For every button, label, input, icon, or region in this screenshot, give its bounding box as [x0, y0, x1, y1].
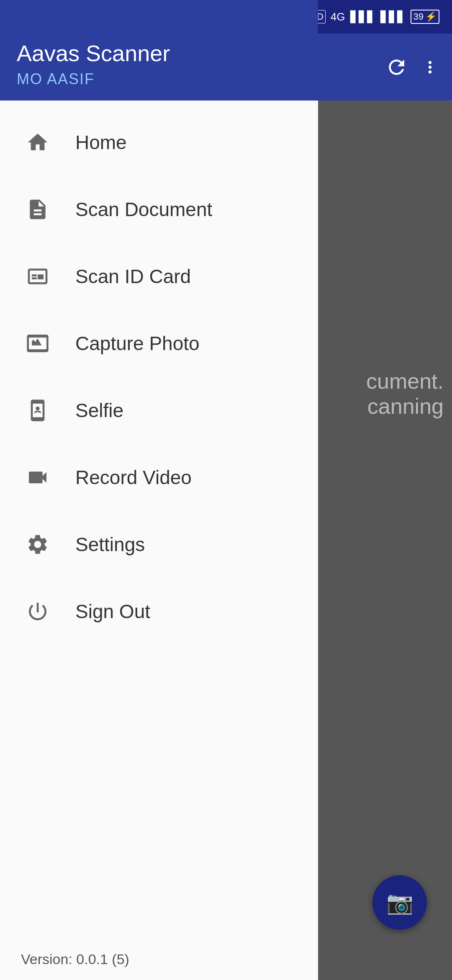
refresh-icon	[385, 56, 408, 79]
network-type-icon: 4G	[331, 10, 345, 23]
menu-item-capture-photo[interactable]: Capture Photo	[0, 310, 318, 377]
power-icon	[21, 595, 54, 628]
fab-camera-icon: 📷	[386, 890, 413, 916]
signal-icon-2: ▋▋▋	[380, 10, 406, 23]
menu-label-home: Home	[75, 131, 127, 154]
document-icon	[21, 193, 54, 226]
menu-item-sign-out[interactable]: Sign Out	[0, 578, 318, 645]
drawer-app-title: Aavas Scanner	[17, 40, 301, 66]
menu-label-capture-photo: Capture Photo	[75, 332, 200, 355]
menu-label-scan-document: Scan Document	[75, 198, 212, 221]
selfie-icon	[21, 394, 54, 427]
menu-label-settings: Settings	[75, 533, 145, 556]
menu-item-settings[interactable]: Settings	[0, 511, 318, 578]
menu-label-selfie: Selfie	[75, 399, 123, 422]
menu-item-record-video[interactable]: Record Video	[0, 444, 318, 511]
version-info: Version: 0.0.1 (5)	[0, 939, 318, 980]
settings-icon	[21, 528, 54, 561]
fab-add-photo-button[interactable]: 📷	[372, 875, 427, 930]
menu-item-scan-document[interactable]: Scan Document	[0, 176, 318, 243]
menu-label-sign-out: Sign Out	[75, 600, 150, 623]
drawer-user-name: MO AASIF	[17, 70, 301, 88]
header-actions	[385, 56, 439, 79]
id-card-icon	[21, 260, 54, 293]
menu-item-scan-id-card[interactable]: Scan ID Card	[0, 243, 318, 310]
menu-item-home[interactable]: Home	[0, 109, 318, 176]
more-options-icon	[421, 58, 439, 77]
drawer-header: Aavas Scanner MO AASIF	[0, 0, 318, 101]
signal-icon: ▋▋▋	[350, 10, 375, 23]
menu-label-record-video: Record Video	[75, 466, 192, 489]
home-icon	[21, 126, 54, 159]
navigation-drawer: Aavas Scanner MO AASIF Home Scan Documen…	[0, 0, 318, 980]
photo-icon	[21, 327, 54, 360]
battery-level: 39	[413, 11, 424, 22]
video-icon	[21, 461, 54, 494]
battery-charging-icon: ⚡	[425, 11, 437, 22]
version-label: Version: 0.0.1 (5)	[21, 951, 129, 967]
menu-label-scan-id-card: Scan ID Card	[75, 265, 191, 288]
drawer-menu: Home Scan Document Scan ID Card	[0, 101, 318, 939]
more-options-button[interactable]	[421, 58, 439, 77]
menu-item-selfie[interactable]: Selfie	[0, 377, 318, 444]
battery-indicator: 39 ⚡	[411, 10, 439, 24]
refresh-button[interactable]	[385, 56, 408, 79]
